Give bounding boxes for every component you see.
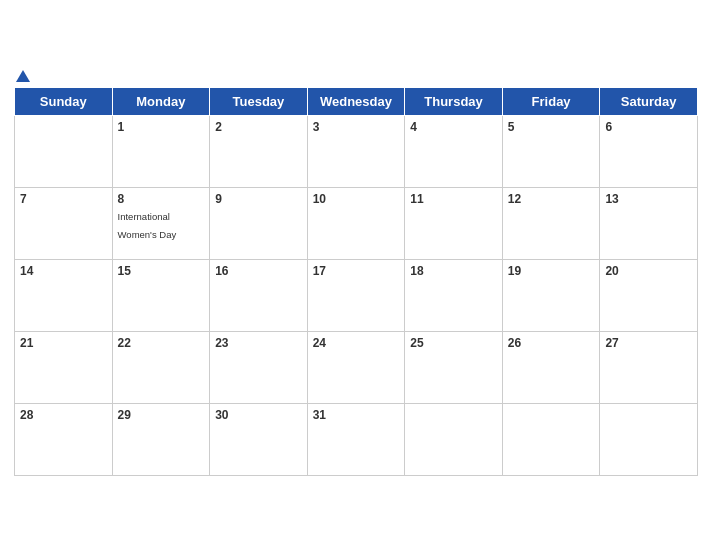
calendar-cell: 17 xyxy=(307,259,405,331)
day-number: 4 xyxy=(410,120,497,134)
calendar-cell: 4 xyxy=(405,115,503,187)
calendar-cell: 22 xyxy=(112,331,210,403)
calendar-cell xyxy=(502,403,600,475)
calendar-cell: 3 xyxy=(307,115,405,187)
day-number: 26 xyxy=(508,336,595,350)
calendar-cell: 30 xyxy=(210,403,308,475)
logo xyxy=(14,71,30,83)
week-row-3: 14151617181920 xyxy=(15,259,698,331)
calendar-cell: 18 xyxy=(405,259,503,331)
weekday-header-thursday: Thursday xyxy=(405,87,503,115)
week-row-4: 21222324252627 xyxy=(15,331,698,403)
calendar-cell xyxy=(600,403,698,475)
calendar-cell: 7 xyxy=(15,187,113,259)
day-number: 28 xyxy=(20,408,107,422)
day-number: 29 xyxy=(118,408,205,422)
calendar-cell: 23 xyxy=(210,331,308,403)
weekday-header-sunday: Sunday xyxy=(15,87,113,115)
week-row-2: 78International Women's Day910111213 xyxy=(15,187,698,259)
event-label: International Women's Day xyxy=(118,211,177,240)
day-number: 10 xyxy=(313,192,400,206)
calendar-cell: 14 xyxy=(15,259,113,331)
calendar-cell: 29 xyxy=(112,403,210,475)
day-number: 21 xyxy=(20,336,107,350)
calendar-cell: 1 xyxy=(112,115,210,187)
day-number: 14 xyxy=(20,264,107,278)
weekday-header-friday: Friday xyxy=(502,87,600,115)
day-number: 13 xyxy=(605,192,692,206)
calendar-table: SundayMondayTuesdayWednesdayThursdayFrid… xyxy=(14,87,698,476)
calendar-cell: 11 xyxy=(405,187,503,259)
logo-blue-row xyxy=(14,71,30,83)
day-number: 22 xyxy=(118,336,205,350)
day-number: 7 xyxy=(20,192,107,206)
day-number: 20 xyxy=(605,264,692,278)
day-number: 15 xyxy=(118,264,205,278)
calendar-cell: 25 xyxy=(405,331,503,403)
calendar-cell: 21 xyxy=(15,331,113,403)
day-number: 8 xyxy=(118,192,205,206)
weekday-header-saturday: Saturday xyxy=(600,87,698,115)
calendar-cell: 8International Women's Day xyxy=(112,187,210,259)
calendar-cell: 28 xyxy=(15,403,113,475)
day-number: 6 xyxy=(605,120,692,134)
day-number: 17 xyxy=(313,264,400,278)
day-number: 9 xyxy=(215,192,302,206)
week-row-5: 28293031 xyxy=(15,403,698,475)
logo-triangle-icon xyxy=(16,70,30,82)
day-number: 19 xyxy=(508,264,595,278)
day-number: 12 xyxy=(508,192,595,206)
day-number: 3 xyxy=(313,120,400,134)
day-number: 2 xyxy=(215,120,302,134)
weekday-header-monday: Monday xyxy=(112,87,210,115)
day-number: 16 xyxy=(215,264,302,278)
calendar-cell: 9 xyxy=(210,187,308,259)
calendar-cell: 16 xyxy=(210,259,308,331)
calendar-cell: 15 xyxy=(112,259,210,331)
day-number: 11 xyxy=(410,192,497,206)
calendar-cell: 2 xyxy=(210,115,308,187)
weekday-header-wednesday: Wednesday xyxy=(307,87,405,115)
calendar-cell: 10 xyxy=(307,187,405,259)
day-number: 25 xyxy=(410,336,497,350)
calendar-cell: 6 xyxy=(600,115,698,187)
week-row-1: 123456 xyxy=(15,115,698,187)
calendar-cell: 24 xyxy=(307,331,405,403)
calendar-cell: 19 xyxy=(502,259,600,331)
calendar-cell xyxy=(15,115,113,187)
calendar-cell: 31 xyxy=(307,403,405,475)
day-number: 30 xyxy=(215,408,302,422)
day-number: 23 xyxy=(215,336,302,350)
calendar-cell: 13 xyxy=(600,187,698,259)
day-number: 24 xyxy=(313,336,400,350)
calendar-cell: 27 xyxy=(600,331,698,403)
calendar-container: SundayMondayTuesdayWednesdayThursdayFrid… xyxy=(0,61,712,490)
day-number: 27 xyxy=(605,336,692,350)
calendar-cell: 5 xyxy=(502,115,600,187)
calendar-header xyxy=(14,71,698,79)
weekday-header-tuesday: Tuesday xyxy=(210,87,308,115)
weekday-header-row: SundayMondayTuesdayWednesdayThursdayFrid… xyxy=(15,87,698,115)
calendar-cell: 12 xyxy=(502,187,600,259)
day-number: 5 xyxy=(508,120,595,134)
calendar-cell xyxy=(405,403,503,475)
day-number: 31 xyxy=(313,408,400,422)
day-number: 18 xyxy=(410,264,497,278)
calendar-cell: 20 xyxy=(600,259,698,331)
calendar-cell: 26 xyxy=(502,331,600,403)
day-number: 1 xyxy=(118,120,205,134)
